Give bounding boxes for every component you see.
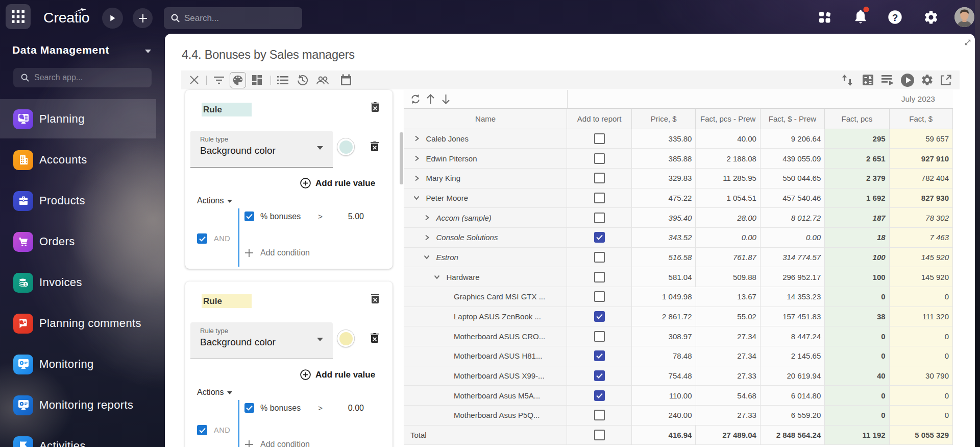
svg-text:?: ?	[892, 12, 898, 23]
svg-text:1: 1	[24, 282, 27, 287]
